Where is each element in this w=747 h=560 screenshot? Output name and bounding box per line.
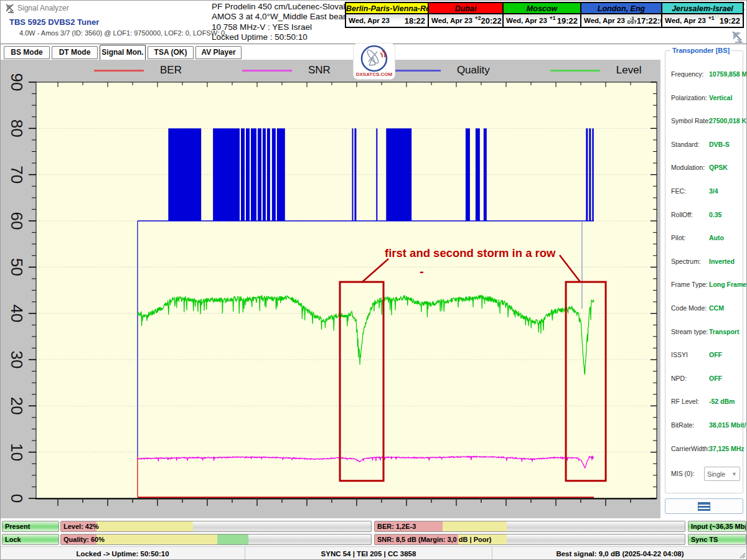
clock-date: Wed, Apr 23 [584, 17, 625, 24]
transponder-row-value: OFF [709, 351, 722, 358]
quality-band [258, 128, 261, 221]
transponder-row: Stream type:Transport [665, 328, 743, 338]
clock-dubai: DubaiWed, Apr 23+220:22 [429, 3, 504, 27]
bar-segment [443, 521, 507, 531]
statusbar-section: Locked -> Uptime: 50:50:10 [1, 547, 245, 560]
quality-band [213, 128, 240, 221]
tab-tsa-ok-[interactable]: TSA (OK) [148, 46, 194, 59]
transponder-group-title: Transponder [BS] [670, 47, 731, 54]
clock-city-header: Berlin-Paris-Vienna-Roma [346, 3, 428, 14]
clock-date: Wed, Apr 23 [349, 17, 390, 24]
world-clocks: Berlin-Paris-Vienna-RomaWed, Apr 2318:22… [345, 2, 744, 28]
quality-band [354, 128, 356, 221]
clock-city-header: Dubai [429, 3, 502, 14]
transponder-row-value: QPSK [709, 164, 728, 171]
clock-date: Wed, Apr 23 [506, 17, 547, 24]
quality-band [241, 128, 245, 221]
legend-label: SNR [308, 64, 331, 77]
quality-band [267, 128, 270, 221]
quality-band [476, 128, 480, 221]
status-progressbar: BER: 1,2E-3 [374, 521, 685, 532]
logo-text: DXSATCS.COM [356, 72, 393, 77]
transponder-row-value: 37,125 MHz [709, 445, 745, 452]
clock-time-row: Wed, Apr 23+220:22 [429, 14, 502, 27]
transponder-row-label: Polarization: [671, 94, 707, 101]
y-axis-label: 30 [7, 351, 26, 369]
bar-segment [96, 521, 192, 531]
transponder-row: Code Mode:CCM [665, 304, 743, 314]
clock-jerusalem-israel: Jerusalem-IsraelWed, Apr 23+119:22 [662, 3, 743, 27]
legend-item-quality: Quality [391, 64, 490, 77]
mis-selected-value: Single [707, 470, 725, 478]
transponder-row-value: 0.35 [709, 211, 721, 218]
y-axis-label: 10 [7, 443, 26, 461]
clock-date: Wed, Apr 23 [431, 17, 472, 24]
quality-band [589, 128, 591, 221]
quality-band [277, 128, 285, 221]
clock-utc-offset: +1 [550, 15, 556, 21]
transponder-row-label: FEC: [671, 187, 686, 195]
signal-history-chart: 0102030405060708090-first and second sto… [1, 60, 660, 518]
legend-swatch [94, 70, 144, 72]
transponder-row: Spectrum:Inverted [665, 258, 743, 268]
clock-date: Wed, Apr 23 [665, 17, 706, 24]
transponder-row-value: -52 dBm [709, 398, 735, 405]
clock-time: 18:22 [405, 16, 425, 26]
transponder-row-value: Auto [709, 234, 724, 241]
status-bar: Locked -> Uptime: 50:50:10SYNC 54 | TEI … [1, 546, 747, 560]
quality-band [352, 128, 353, 221]
status-progressbar: Quality: 60% [60, 534, 372, 545]
transponder-row-label: Symbol Rate: [671, 117, 710, 124]
resize-grip[interactable] [739, 552, 746, 559]
transponder-row-label: Spectrum: [671, 258, 701, 265]
status-badge-present: Present [2, 521, 59, 532]
tab-signal-mon-[interactable]: Signal Mon. [100, 45, 146, 60]
transponder-row: CarrierWidth:37,125 MHz [665, 445, 743, 455]
offset-dst: DST [627, 21, 637, 25]
clock-time-row: Wed, Apr 23-1DST17:22:05 [581, 14, 661, 27]
info-line: AMOS 3 at 4,0°W_Middle East beam [212, 12, 355, 22]
transponder-row-value: 38,015 Mbit/s [709, 421, 747, 429]
transponder-row-value: Inverted [709, 258, 735, 265]
legend-item-snr: SNR [242, 64, 331, 77]
tab-bar: BS ModeDT ModeSignal Mon.TSA (OK)AV Play… [1, 44, 660, 60]
quality-band [246, 128, 250, 221]
chevron-down-icon: ▼ [731, 471, 737, 477]
status-progressbar: SNR: 8,5 dB (Margin: 3,0 dB | Poor) [374, 534, 685, 545]
transponder-row-value: CCM [709, 304, 724, 312]
clock-time: 20:22 [481, 16, 502, 26]
transponder-row-value: 27500,018 KS/s [709, 117, 747, 124]
info-line: Locked Uptime : 50:50:10 [212, 32, 355, 42]
window-icon [698, 502, 710, 511]
transponder-row-label: Stream type: [671, 328, 708, 335]
transponder-row: Symbol Rate:27500,018 KS/s [665, 117, 743, 127]
statusbar-section: SYNC 54 | TEI 205 | CC 3858 [245, 547, 492, 560]
transponder-row: Polarization:Vertical [665, 94, 743, 104]
info-line: 10 758 MHz-V : YES Israel [212, 22, 355, 32]
quality-band [386, 128, 411, 221]
transponder-row: Modulation:QPSK [665, 164, 743, 174]
bar-label: SNR: 8,5 dB (Margin: 3,0 dB | Poor) [377, 536, 491, 543]
dish-info-block: PF Prodelin 450 cm/Lučenec-SlovakiaAMOS … [212, 2, 355, 43]
mis-row: MIS (0): Single ▼ [665, 467, 743, 482]
transponder-panel: Transponder [BS] Frequency:10759,858 MHz… [660, 44, 747, 518]
satellite-dish-icon [5, 3, 16, 14]
quality-band [592, 128, 593, 221]
tab-av-player[interactable]: AV Player [195, 46, 242, 59]
tab-dt-mode[interactable]: DT Mode [52, 46, 98, 59]
quality-band [586, 128, 588, 221]
ts-window-button[interactable] [665, 498, 743, 514]
transponder-row: FEC:3/4 [665, 187, 743, 197]
transponder-row-label: Code Mode: [671, 304, 707, 312]
clock-time-row: Wed, Apr 2318:22 [346, 14, 428, 27]
statusbar-section: Best signal: 9,0 dB (2025-04-22 04:08) [492, 547, 747, 560]
transponder-row: Standard:DVB-S [665, 141, 743, 151]
status-badge-lock: Lock [2, 534, 59, 545]
clock-utc-offset: -1DST [627, 17, 637, 25]
tab-bs-mode[interactable]: BS Mode [4, 46, 50, 59]
quality-band [466, 128, 470, 221]
plot-background [36, 82, 657, 498]
quality-band [484, 128, 487, 221]
transponder-row-value: Transport [709, 328, 739, 335]
mis-dropdown[interactable]: Single ▼ [704, 467, 740, 481]
